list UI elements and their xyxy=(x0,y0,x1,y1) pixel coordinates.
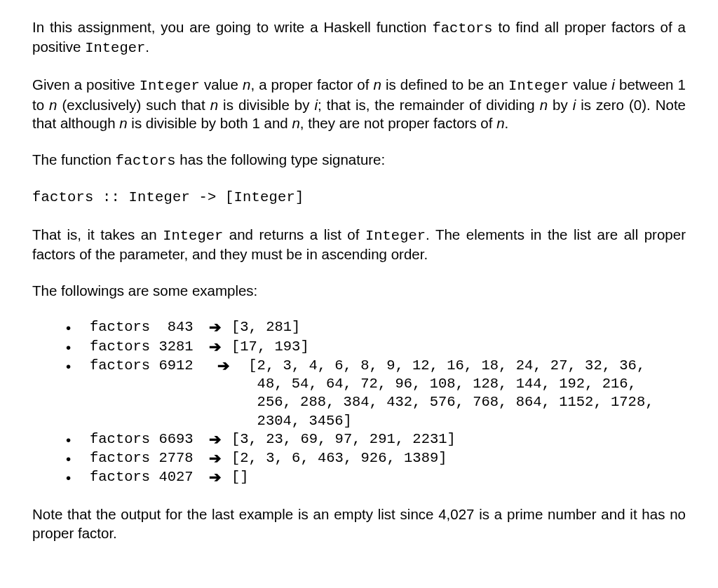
text: and returns a list of xyxy=(223,226,365,242)
text: . xyxy=(505,115,509,131)
var-n: n xyxy=(119,115,127,131)
text: In this assignment, you are going to wri… xyxy=(32,19,432,35)
closing-note: Note that the output for the last exampl… xyxy=(32,505,686,542)
text: ; that is, the remainder of dividing xyxy=(318,97,540,113)
example-result: [2, 3, 6, 463, 926, 1389] xyxy=(231,449,686,467)
example-call: factors 2778 xyxy=(90,449,209,467)
examples-intro: The followings are some examples: xyxy=(32,282,686,300)
text: value xyxy=(200,76,243,93)
result-line: [2, 3, 4, 6, 8, 9, 12, 16, 18, 24, 27, 3… xyxy=(240,357,686,375)
example-call: factors 6693 xyxy=(90,430,209,449)
text: is divisible by xyxy=(218,97,314,113)
example-call: factors 4027 xyxy=(90,468,209,486)
arrow-icon: ➔ xyxy=(209,338,231,356)
var-n: n xyxy=(210,97,218,113)
result-line: 256, 288, 384, 432, 576, 768, 864, 1152,… xyxy=(240,393,686,411)
result-line: 2304, 3456] xyxy=(240,412,686,430)
var-n: n xyxy=(540,97,548,113)
example-call: factors 3281 xyxy=(90,338,209,356)
type-sig-explain: That is, it takes an Integer and returns… xyxy=(32,226,686,264)
text: value xyxy=(569,76,611,93)
text: . xyxy=(145,39,149,55)
list-item: • factors 843 ➔ [3, 281] xyxy=(66,318,686,337)
arrow-icon: ➔ xyxy=(209,318,231,336)
text: , a proper factor of xyxy=(250,76,373,93)
text: , they are not proper factors of xyxy=(300,115,496,131)
code-factors: factors xyxy=(432,20,492,36)
example-call: factors 6912 xyxy=(90,357,217,375)
example-result: [3, 23, 69, 97, 291, 2231] xyxy=(231,430,686,449)
bullet-icon: • xyxy=(66,338,90,357)
text: by xyxy=(548,97,573,113)
code-integer: Integer xyxy=(163,228,223,244)
examples-list: • factors 843 ➔ [3, 281] • factors 3281 … xyxy=(66,318,686,487)
var-n: n xyxy=(373,76,381,93)
arrow-icon: ➔ xyxy=(209,468,231,486)
example-result: [17, 193] xyxy=(231,338,686,356)
bullet-icon: • xyxy=(66,430,90,449)
bullet-icon: • xyxy=(66,318,90,337)
code-integer: Integer xyxy=(365,228,426,244)
list-item: • factors 6693 ➔ [3, 23, 69, 97, 291, 22… xyxy=(66,430,686,449)
code-factors: factors xyxy=(116,153,176,169)
list-item: • factors 4027 ➔ [] xyxy=(66,468,686,487)
arrow-icon: ➔ xyxy=(209,430,231,449)
type-sig-intro: The function factors has the following t… xyxy=(32,151,686,170)
var-n: n xyxy=(292,115,299,131)
intro-paragraph-1: In this assignment, you are going to wri… xyxy=(32,18,686,57)
list-item: • factors 2778 ➔ [2, 3, 6, 463, 926, 138… xyxy=(66,449,686,468)
example-result: [2, 3, 4, 6, 8, 9, 12, 16, 18, 24, 27, 3… xyxy=(240,357,686,430)
example-result: [] xyxy=(231,468,686,486)
text: The function xyxy=(32,151,116,167)
bullet-icon: • xyxy=(66,357,90,376)
arrow-icon: ➔ xyxy=(217,357,240,375)
code-integer: Integer xyxy=(508,78,569,94)
list-item: • factors 3281 ➔ [17, 193] xyxy=(66,338,686,357)
var-n: n xyxy=(496,115,504,131)
text: That is, it takes an xyxy=(32,226,163,242)
var-n: n xyxy=(49,97,57,113)
text: is defined to be an xyxy=(381,76,508,93)
list-item: • factors 6912 ➔ [2, 3, 4, 6, 8, 9, 12, … xyxy=(66,357,686,430)
code-integer: Integer xyxy=(140,78,200,94)
bullet-icon: • xyxy=(66,449,90,468)
code-integer: Integer xyxy=(85,40,145,56)
example-call: factors 843 xyxy=(90,318,209,336)
text: is divisible by both 1 and xyxy=(128,115,292,131)
text: has the following type signature: xyxy=(176,151,386,167)
text: (exclusively) such that xyxy=(57,97,210,113)
text: Given a positive xyxy=(32,76,140,93)
bullet-icon: • xyxy=(66,468,90,487)
example-result: [3, 281] xyxy=(231,318,686,336)
var-n: n xyxy=(243,76,250,93)
result-line: 48, 54, 64, 72, 96, 108, 128, 144, 192, … xyxy=(240,375,686,393)
intro-paragraph-2: Given a positive Integer value n, a prop… xyxy=(32,76,686,132)
arrow-icon: ➔ xyxy=(209,449,231,467)
type-signature: factors :: Integer -> [Integer] xyxy=(32,189,686,207)
